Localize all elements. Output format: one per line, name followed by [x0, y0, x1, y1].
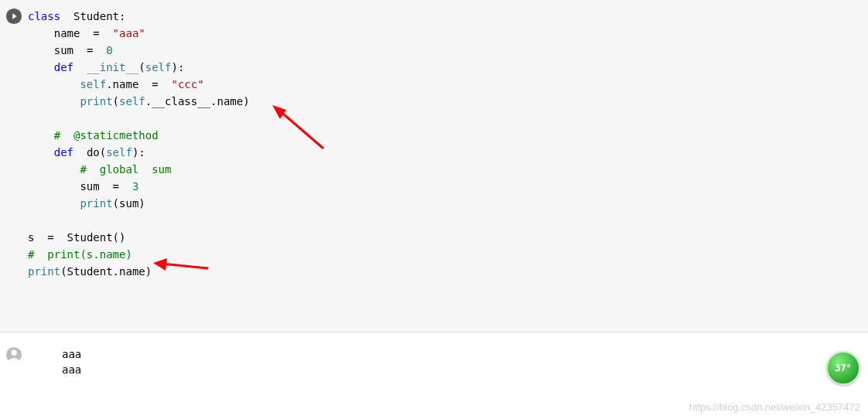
percentage-badge: 37°	[826, 351, 860, 385]
code-line: s = Student()	[28, 229, 868, 246]
code-line: # global sum	[28, 161, 868, 178]
output-cell: aaa aaa	[0, 340, 868, 382]
code-line: sum = 3	[28, 178, 868, 195]
code-line	[28, 212, 868, 229]
svg-marker-3	[272, 105, 286, 119]
annotation-arrow-icon	[150, 257, 212, 274]
code-cell: class Student: name = "aaa" sum = 0 def …	[0, 0, 868, 332]
code-line: # @staticmethod	[28, 127, 868, 144]
code-line: name = "aaa"	[28, 25, 868, 42]
output-icon-container	[0, 345, 28, 377]
watermark-text: https://blog.csdn.net/weixin_42357472	[689, 401, 860, 413]
output-line: aaa	[62, 346, 868, 362]
code-line: print(self.__class__.name)	[28, 93, 868, 110]
svg-line-4	[162, 264, 208, 268]
code-line: def do(self):	[28, 144, 868, 161]
svg-marker-5	[153, 258, 167, 271]
user-avatar-icon	[5, 346, 22, 363]
run-button-container	[0, 5, 28, 327]
svg-point-7	[11, 350, 16, 356]
code-line: self.name = "ccc"	[28, 76, 868, 93]
svg-line-2	[279, 110, 323, 148]
output-area: aaa aaa	[28, 345, 868, 377]
code-line: class Student:	[28, 8, 868, 25]
cell-separator	[0, 332, 868, 340]
code-line: sum = 0	[28, 42, 868, 59]
annotation-arrow-icon	[269, 102, 331, 156]
code-line	[28, 110, 868, 127]
code-line: print(sum)	[28, 195, 868, 212]
code-editor[interactable]: class Student: name = "aaa" sum = 0 def …	[28, 5, 868, 327]
run-icon[interactable]	[5, 8, 22, 25]
output-line: aaa	[62, 362, 868, 377]
badge-value: 37°	[835, 363, 852, 373]
code-line: def __init__(self):	[28, 59, 868, 76]
